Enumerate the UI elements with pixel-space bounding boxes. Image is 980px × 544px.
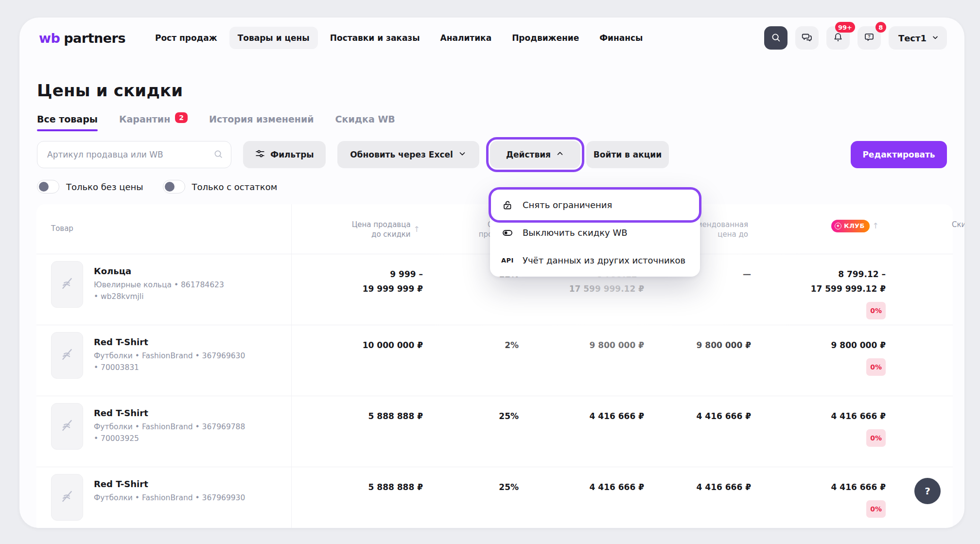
update-excel-button[interactable]: Обновить через Excel [337,141,479,168]
tab-карантин[interactable]: Карантин2 [119,114,188,131]
seller-price-cell: 10 000 000 ₽ [292,325,423,396]
menu-item-toggle[interactable]: Выключить скидку WB [492,219,698,246]
tab-label: История изменений [209,114,314,124]
edit-button[interactable]: Редактировать [851,141,947,168]
product-info: КольцаЮвелирные кольца • 861784623• wb28… [94,261,224,325]
product-name[interactable]: Кольца [94,266,224,276]
club-discount-wrap: 0% [751,500,886,518]
wb-partners-logo[interactable]: wb partners [39,31,125,46]
tab-скидка-wb[interactable]: Скидка WB [335,114,395,131]
table-row[interactable]: Red T-ShirtФутболки • FashionBrand • 367… [36,396,953,467]
toggle-только-с-остатком[interactable]: Только с остатком [163,180,278,193]
menu-item-api[interactable]: APIУчёт данных из других источников [492,246,698,274]
chevron-down-icon [931,33,939,43]
last-discount-cell [886,254,953,325]
seller-price-cell: 9 999 –19 999 999 ₽ [292,254,423,325]
join-promos-button[interactable]: Войти в акции [586,141,669,168]
nav-item-финансы[interactable]: Финансы [591,27,651,49]
app-window: wb partners Рост продажТовары и ценыПост… [19,18,964,528]
recommended-price-cell: 4 416 666 ₽ [644,396,751,467]
club-discount-badge: 0% [866,302,886,319]
no-photo-icon [59,418,75,435]
menu-item-unlock[interactable]: Снять ограничения [492,191,698,219]
actions-label: Действия [506,150,551,159]
nav-item-рост-продаж[interactable]: Рост продаж [147,27,226,49]
chevron-up-icon [556,149,564,160]
sort-asc-icon: ↑ [873,221,879,231]
menu-item-label: Снять ограничения [523,200,612,210]
product-cell: Red T-ShirtФутболки • FashionBrand • 367… [36,396,292,467]
toggle-только-без-цены[interactable]: Только без цены [37,180,143,193]
messages-button[interactable] [795,26,819,50]
product-thumbnail[interactable] [51,332,83,379]
club-price-cell: 9 800 000 ₽0% [751,325,886,396]
product-name[interactable]: Red T-Shirt [94,337,245,347]
column-header-product[interactable]: Товар [36,204,292,254]
notifications-wrap: 99+ [826,26,850,50]
screen: wb partners Рост продажТовары и ценыПост… [0,0,980,544]
toggle-switch[interactable] [163,180,185,193]
seller-discount-cell: 25% [423,396,519,467]
club-badge: ★КЛУБ [831,220,870,232]
toolbar: Фильтры Обновить через Excel Действия Во… [37,141,947,168]
top-bar: wb partners Рост продажТовары и ценыПост… [19,18,964,58]
magnifier-icon [213,149,224,161]
toggle-icon [501,227,514,239]
last-discount-cell [886,325,953,396]
logo-wb: wb [39,31,60,46]
nav-item-аналитика[interactable]: Аналитика [432,27,500,49]
product-name[interactable]: Red T-Shirt [94,408,245,418]
nav-item-продвижение[interactable]: Продвижение [504,27,587,49]
product-subtitle: Футболки • FashionBrand • 367969788• 700… [94,421,245,444]
no-photo-icon [59,276,75,293]
product-subtitle: Футболки • FashionBrand • 367969930 [94,492,245,504]
product-cell: Red T-ShirtФутболки • FashionBrand • 367… [36,467,292,528]
seller-discount-cell: 25% [423,467,519,528]
filters-icon [255,148,265,161]
product-thumbnail[interactable] [51,403,83,450]
chat-icon [801,32,813,45]
product-thumbnail[interactable] [51,474,83,521]
filters-button[interactable]: Фильтры [243,141,326,168]
tab-count-badge: 2 [175,112,188,123]
nav-item-поставки-и-заказы[interactable]: Поставки и заказы [322,27,428,49]
product-subtitle: Ювелирные кольца • 861784623• wb28kvmjli [94,279,224,302]
nav-item-товары-и-цены[interactable]: Товары и цены [229,27,318,49]
toggle-label: Только без цены [66,182,143,192]
column-header-last-discount[interactable]: Скидка [886,204,964,254]
actions-button[interactable]: Действия [490,141,580,168]
topbar-right: 99+ ? 8 Тест1 [764,26,947,50]
club-discount-badge: 0% [866,500,886,518]
seller-price-cell: 5 888 888 ₽ [292,396,423,467]
main-nav: Рост продажТовары и ценыПоставки и заказ… [147,27,651,49]
notifications-badge: 99+ [835,22,855,33]
club-price-cell: 8 799.12 –17 599 999.12 ₽0% [751,254,886,325]
table-row[interactable]: Red T-ShirtФутболки • FashionBrand • 367… [36,325,953,396]
tab-история-изменений[interactable]: История изменений [209,114,314,131]
toggle-switch[interactable] [37,180,59,193]
table-row[interactable]: Red T-ShirtФутболки • FashionBrand • 367… [36,467,953,528]
table-body: КольцаЮвелирные кольца • 861784623• wb28… [36,254,953,528]
club-discount-wrap: 0% [751,358,886,376]
column-header-club[interactable]: ★КЛУБ ↑ [751,204,886,254]
discounted-price-cell: 4 416 666 ₽ [519,467,644,528]
user-menu-button[interactable]: Тест1 [889,26,947,50]
tab-все-товары[interactable]: Все товары [37,114,98,131]
help-fab[interactable]: ? [914,478,941,504]
search-button[interactable] [764,26,788,50]
search-icon [770,32,781,44]
bell-icon [832,32,844,45]
actions-dropdown: Снять ограниченияВыключить скидку WBAPIУ… [490,189,700,277]
product-thumbnail[interactable] [51,261,83,308]
column-header-seller-price[interactable]: Цена продавца до скидки ↑ [292,204,423,254]
tab-label: Карантин [119,114,170,124]
search-input[interactable] [37,141,231,168]
product-name[interactable]: Red T-Shirt [94,479,245,489]
edit-label: Редактировать [862,150,935,159]
product-cell: КольцаЮвелирные кольца • 861784623• wb28… [36,254,292,325]
help-wrap: ? 8 [858,26,881,50]
tab-label: Скидка WB [335,114,395,124]
seller-discount-cell: 2% [423,325,519,396]
no-photo-icon [59,489,75,506]
product-subtitle: Футболки • FashionBrand • 367969630• 700… [94,350,245,373]
